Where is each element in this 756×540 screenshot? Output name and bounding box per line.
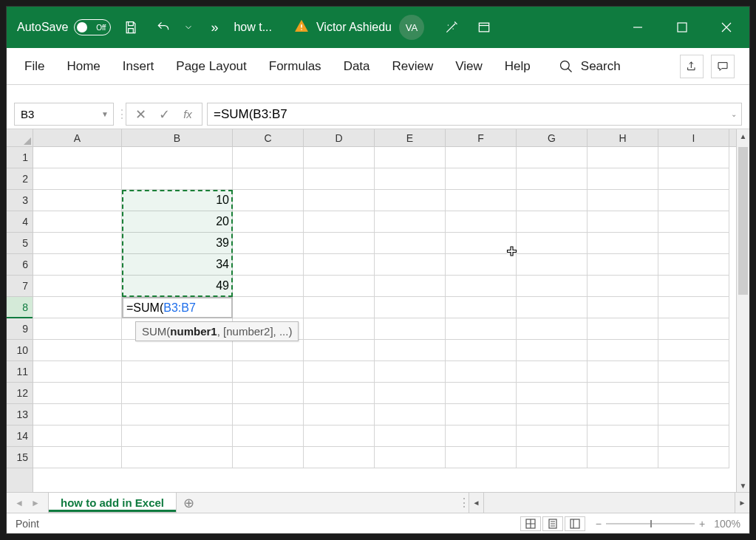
- select-all-corner[interactable]: [7, 129, 33, 146]
- scroll-thumb[interactable]: [738, 147, 748, 295]
- cell-C11[interactable]: [233, 361, 304, 383]
- column-header-D[interactable]: D: [304, 129, 375, 146]
- cell-C6[interactable]: [233, 254, 304, 276]
- row-header-2[interactable]: 2: [7, 168, 33, 190]
- cell-G11[interactable]: [517, 361, 588, 383]
- cell-A1[interactable]: [33, 147, 122, 168]
- row-header-9[interactable]: 9: [7, 318, 33, 340]
- expand-formula-bar[interactable]: ⌄: [731, 110, 737, 118]
- cell-B12[interactable]: [122, 383, 233, 404]
- cell-F9[interactable]: [446, 318, 517, 340]
- cell-D11[interactable]: [304, 361, 375, 383]
- cell-C4[interactable]: [233, 211, 304, 233]
- cell-F3[interactable]: [446, 190, 517, 211]
- cell-G9[interactable]: [517, 318, 588, 340]
- cell-I7[interactable]: [658, 276, 729, 297]
- cell-C1[interactable]: [233, 147, 304, 168]
- column-header-C[interactable]: C: [233, 129, 304, 146]
- tab-review[interactable]: Review: [391, 55, 435, 78]
- cell-B11[interactable]: [122, 361, 233, 383]
- cell-H3[interactable]: [588, 190, 658, 211]
- row-header-11[interactable]: 11: [7, 361, 33, 383]
- row-header-8[interactable]: 8: [7, 297, 33, 318]
- cell-E9[interactable]: [375, 318, 446, 340]
- cell-F15[interactable]: [446, 447, 517, 468]
- cell-H9[interactable]: [588, 318, 658, 340]
- cell-C13[interactable]: [233, 404, 304, 425]
- cell-C5[interactable]: [233, 233, 304, 254]
- sheet-tab-active[interactable]: how to add in Excel: [48, 493, 177, 513]
- cell-B6[interactable]: 34: [122, 254, 233, 276]
- cell-D13[interactable]: [304, 404, 375, 425]
- cell-D1[interactable]: [304, 147, 375, 168]
- qat-overflow[interactable]: »: [201, 15, 226, 40]
- horizontal-scrollbar[interactable]: ◄ ►: [469, 493, 749, 513]
- row-header-10[interactable]: 10: [7, 340, 33, 361]
- cell-B4[interactable]: 20: [122, 211, 233, 233]
- undo-dropdown[interactable]: [183, 15, 194, 40]
- cell-B2[interactable]: [122, 168, 233, 190]
- row-header-3[interactable]: 3: [7, 190, 33, 211]
- chevron-down-icon[interactable]: ▼: [101, 110, 109, 118]
- cell-A10[interactable]: [33, 340, 122, 361]
- cell-B7[interactable]: 49: [122, 276, 233, 297]
- cell-D15[interactable]: [304, 447, 375, 468]
- row-header-13[interactable]: 13: [7, 404, 33, 425]
- cell-H12[interactable]: [588, 383, 658, 404]
- cell-A4[interactable]: [33, 211, 122, 233]
- column-header-H[interactable]: H: [588, 129, 658, 146]
- cell-D9[interactable]: [304, 318, 375, 340]
- cell-G6[interactable]: [517, 254, 588, 276]
- cell-H7[interactable]: [588, 276, 658, 297]
- cell-I15[interactable]: [658, 447, 729, 468]
- vertical-scrollbar[interactable]: ▲ ▼: [736, 129, 749, 492]
- cell-G2[interactable]: [517, 168, 588, 190]
- cell-B1[interactable]: [122, 147, 233, 168]
- cell-G12[interactable]: [517, 383, 588, 404]
- cell-H8[interactable]: [588, 297, 658, 318]
- enter-formula-button[interactable]: ✓: [153, 104, 175, 125]
- tab-data[interactable]: Data: [342, 55, 372, 78]
- cell-D12[interactable]: [304, 383, 375, 404]
- zoom-in-button[interactable]: +: [699, 518, 705, 530]
- cell-I4[interactable]: [658, 211, 729, 233]
- cell-A2[interactable]: [33, 168, 122, 190]
- search-button[interactable]: Search: [559, 59, 621, 74]
- cell-C14[interactable]: [233, 425, 304, 447]
- cell-B15[interactable]: [122, 447, 233, 468]
- cell-E6[interactable]: [375, 254, 446, 276]
- cell-F10[interactable]: [446, 340, 517, 361]
- scroll-up-button[interactable]: ▲: [737, 129, 749, 143]
- tab-page-layout[interactable]: Page Layout: [174, 55, 248, 78]
- maximize-button[interactable]: [664, 13, 701, 42]
- cell-E10[interactable]: [375, 340, 446, 361]
- autosave-switch[interactable]: Off: [74, 19, 111, 35]
- scroll-left-button[interactable]: ◄: [469, 493, 484, 513]
- cell-I10[interactable]: [658, 340, 729, 361]
- add-sheet-button[interactable]: ⊕: [177, 493, 200, 513]
- hscroll-track[interactable]: [484, 493, 735, 513]
- cell-A13[interactable]: [33, 404, 122, 425]
- column-header-E[interactable]: E: [375, 129, 446, 146]
- row-header-7[interactable]: 7: [7, 276, 33, 297]
- formula-input[interactable]: =SUM(B3:B7 ⌄: [207, 103, 742, 126]
- cell-D10[interactable]: [304, 340, 375, 361]
- document-title[interactable]: how t...: [234, 21, 272, 34]
- column-header-B[interactable]: B: [122, 129, 233, 146]
- cell-E12[interactable]: [375, 383, 446, 404]
- cell-A6[interactable]: [33, 254, 122, 276]
- cell-G13[interactable]: [517, 404, 588, 425]
- zoom-control[interactable]: − + 100%: [596, 518, 740, 530]
- column-header-G[interactable]: G: [517, 129, 588, 146]
- formula-bar-handle[interactable]: ⋮: [118, 100, 126, 129]
- cell-H1[interactable]: [588, 147, 658, 168]
- tab-home[interactable]: Home: [65, 55, 101, 78]
- column-header-I[interactable]: I: [658, 129, 729, 146]
- cell-D7[interactable]: [304, 276, 375, 297]
- cell-F13[interactable]: [446, 404, 517, 425]
- cell-A14[interactable]: [33, 425, 122, 447]
- cell-G8[interactable]: [517, 297, 588, 318]
- cell-A12[interactable]: [33, 383, 122, 404]
- cell-D6[interactable]: [304, 254, 375, 276]
- view-normal-button[interactable]: [520, 516, 541, 531]
